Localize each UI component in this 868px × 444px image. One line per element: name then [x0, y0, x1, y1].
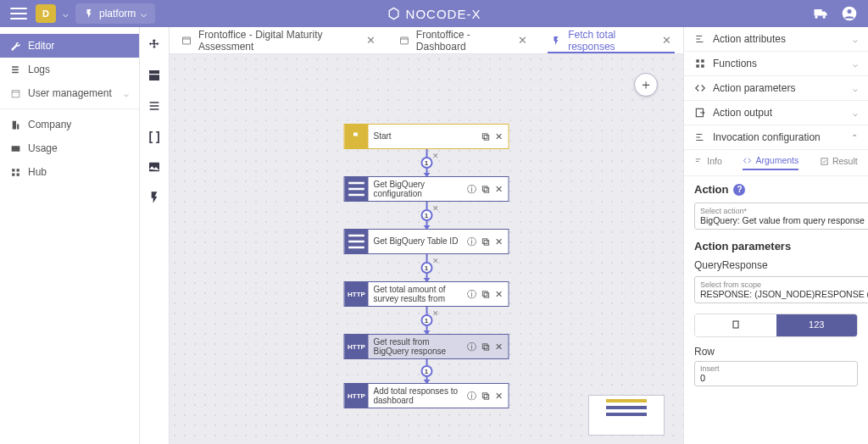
delete-connector-icon[interactable]: ✕ [432, 152, 439, 160]
close-icon[interactable]: ✕ [518, 34, 527, 47]
platform-selector[interactable]: platform ⌵ [75, 3, 155, 24]
connector-num: 1 [420, 314, 432, 326]
delete-connector-icon[interactable]: ✕ [432, 309, 439, 318]
svg-rect-2 [12, 146, 20, 152]
move-tool[interactable] [147, 37, 162, 53]
svg-rect-7 [482, 133, 487, 138]
node-label: Add total responses to dashboard [369, 384, 466, 408]
subtab-info[interactable]: Info [694, 155, 722, 170]
toggle-code[interactable] [695, 314, 776, 336]
svg-rect-11 [482, 238, 487, 243]
window-icon [399, 35, 409, 47]
insert-field[interactable]: Insert 0 [694, 361, 858, 386]
subtab-arguments[interactable]: Arguments [743, 155, 798, 170]
acc-action-attributes[interactable]: Action attributes⌵ [684, 27, 868, 52]
image-tool[interactable] [147, 159, 162, 175]
tab-label: Fetch total responses [568, 29, 650, 53]
field-value: RESPONSE: (JSON_NODE)RESPONSE (Body) ... [700, 289, 868, 299]
action-heading: Action? [694, 183, 858, 196]
nav-hub[interactable]: Hub [0, 160, 139, 184]
svg-rect-19 [821, 158, 827, 164]
connector-num: 1 [420, 157, 432, 169]
list-tool[interactable] [147, 98, 162, 114]
tool-column: [ ] [140, 27, 170, 444]
acc-functions[interactable]: Functions⌵ [684, 52, 868, 76]
info-icon[interactable]: ⓘ [466, 183, 478, 195]
node-http-add[interactable]: HTTP Add total responses to dashboard ⓘ✕ [344, 383, 509, 408]
value-mode-toggle[interactable]: 123 [694, 314, 858, 337]
copy-icon[interactable] [480, 341, 492, 352]
info-icon[interactable]: ⓘ [466, 236, 478, 247]
code-icon [694, 82, 706, 94]
chevron-down-icon: ⌵ [853, 59, 858, 69]
nav-company[interactable]: Company [0, 113, 139, 136]
code-icon [743, 156, 752, 165]
info-icon[interactable]: ⓘ [466, 390, 478, 402]
chevron-down-icon: ⌵ [853, 108, 858, 118]
acc-invocation-config[interactable]: Invocation configuration⌃ [684, 125, 868, 150]
delete-connector-icon[interactable]: ✕ [432, 204, 439, 213]
copy-icon[interactable] [480, 130, 492, 142]
node-start[interactable]: Start ✕ [344, 124, 509, 149]
close-icon[interactable]: ✕ [493, 236, 505, 247]
tab-frontoffice-assessment[interactable]: Frontoffice - Digital Maturity Assessmen… [170, 27, 387, 53]
close-icon[interactable]: ✕ [493, 341, 505, 352]
result-icon [820, 157, 829, 166]
node-bq-table[interactable]: Get BigQuery Table ID ⓘ✕ [344, 229, 509, 254]
tab-fetch-responses[interactable]: Fetch total responses ✕ [539, 27, 683, 53]
close-icon[interactable]: ✕ [493, 288, 505, 300]
subtab-result[interactable]: Result [820, 155, 858, 170]
flow-canvas[interactable]: ＋ Start ✕ ✕1 Get BigQuery configuration … [170, 54, 683, 444]
close-icon[interactable]: ✕ [493, 390, 505, 402]
workspace-badge[interactable]: D [36, 4, 56, 23]
copy-icon[interactable] [480, 390, 492, 402]
copy-icon[interactable] [480, 288, 492, 300]
info-icon[interactable]: ⓘ [466, 288, 478, 300]
node-bq-config[interactable]: Get BigQuery configuration ⓘ✕ [344, 176, 509, 202]
copy-icon[interactable] [480, 183, 492, 195]
sliders-icon [694, 157, 704, 166]
left-nav: Editor Logs User management⌵ Company Usa… [0, 27, 140, 444]
layout-tool[interactable] [147, 68, 162, 83]
svg-rect-17 [482, 392, 487, 397]
truck-icon[interactable] [812, 5, 829, 22]
nav-usage[interactable]: Usage [0, 136, 139, 160]
close-icon[interactable]: ✕ [493, 183, 505, 195]
acc-action-output[interactable]: Action output⌵ [684, 101, 868, 125]
select-action-field[interactable]: Select action* BigQuery: Get value from … [694, 203, 868, 230]
svg-rect-14 [484, 345, 489, 350]
chevron-down-icon[interactable]: ⌵ [63, 8, 69, 19]
brackets-tool[interactable]: [ ] [147, 129, 162, 144]
acc-action-parameters[interactable]: Action parameters⌵ [684, 76, 868, 101]
nav-editor[interactable]: Editor [0, 34, 139, 58]
tab-frontoffice-dashboard[interactable]: Frontoffice - Dashboard ✕ [387, 27, 539, 53]
minimap[interactable] [588, 395, 665, 436]
delete-connector-icon[interactable]: ✕ [432, 257, 439, 265]
field-value: BigQuery: Get value from query response [700, 215, 865, 225]
info-icon[interactable]: ⓘ [466, 341, 478, 352]
node-label: Get total amount of survey results from [369, 282, 466, 306]
select-scope-field[interactable]: Select from scope RESPONSE: (JSON_NODE)R… [694, 276, 868, 303]
node-label: Get BigQuery configuration [369, 177, 466, 201]
bolt-icon [551, 35, 561, 47]
field-label: Select action* [700, 207, 865, 215]
connector-num: 1 [420, 209, 432, 221]
nav-user-management[interactable]: User management⌵ [0, 81, 139, 105]
add-node-button[interactable]: ＋ [634, 73, 658, 97]
node-http-total[interactable]: HTTP Get total amount of survey results … [344, 281, 509, 307]
grid-icon [10, 167, 21, 178]
hamburger-icon[interactable] [10, 8, 27, 19]
node-http-result[interactable]: HTTP Get result from BigQuery response ⓘ… [344, 334, 509, 359]
clipboard-icon [730, 319, 742, 330]
bolt-icon [84, 8, 94, 19]
nav-logs[interactable]: Logs [0, 58, 139, 81]
copy-icon[interactable] [480, 236, 492, 247]
toggle-number[interactable]: 123 [776, 314, 858, 336]
close-icon[interactable]: ✕ [493, 130, 505, 142]
help-icon[interactable]: ? [733, 184, 745, 196]
close-icon[interactable]: ✕ [366, 34, 376, 47]
bolt-tool[interactable] [147, 190, 162, 205]
account-icon[interactable] [841, 5, 858, 22]
list-icon [345, 230, 369, 253]
close-icon[interactable]: ✕ [662, 34, 671, 47]
